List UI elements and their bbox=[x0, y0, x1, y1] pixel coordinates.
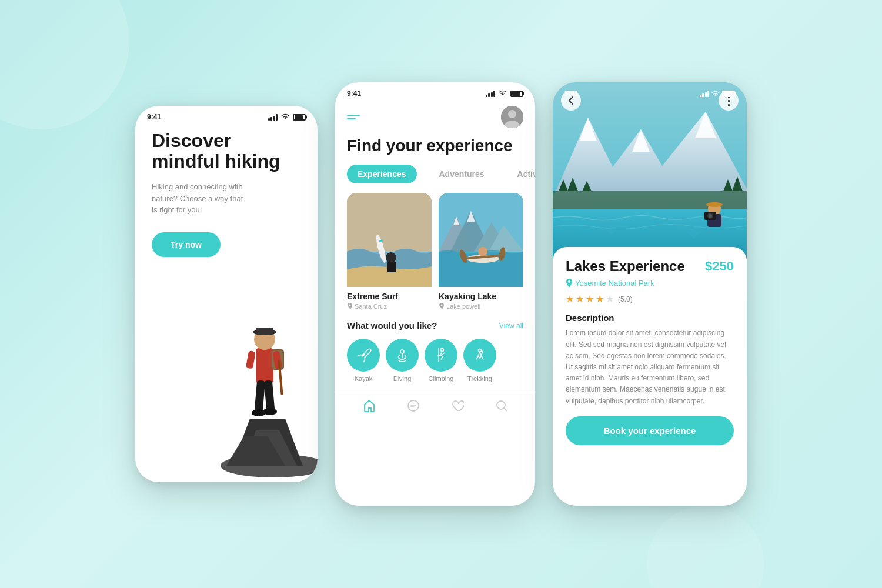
wifi-icon-3 bbox=[711, 91, 720, 97]
activity-cards: Extreme Surf Santa Cruz bbox=[335, 193, 535, 311]
battery-icon-3 bbox=[722, 91, 735, 97]
svg-rect-4 bbox=[256, 348, 273, 383]
activity-icons-row: Kayak Diving Climbing Trekking bbox=[335, 339, 535, 382]
svg-rect-23 bbox=[387, 262, 396, 272]
what-title: What would you like? bbox=[347, 320, 437, 330]
kayak-card-location: Lake powell bbox=[439, 303, 523, 310]
svg-point-22 bbox=[386, 252, 396, 263]
svg-point-60 bbox=[706, 202, 723, 207]
phone2-title: Find your experience bbox=[335, 128, 535, 165]
svg-point-35 bbox=[478, 247, 487, 256]
status-bar-2: 9:41 bbox=[335, 82, 535, 101]
phone1-headline: Discover mindful hiking bbox=[152, 131, 301, 172]
star-3: ★ bbox=[586, 293, 594, 305]
time-3: 9:41 bbox=[564, 89, 579, 98]
kayak-label: Kayak bbox=[355, 375, 373, 382]
nav-message[interactable] bbox=[407, 399, 420, 416]
activity-climbing[interactable]: Climbing bbox=[425, 339, 457, 382]
star-5: ★ bbox=[606, 293, 614, 305]
rating-text: (5.0) bbox=[618, 295, 633, 303]
view-all-link[interactable]: View all bbox=[499, 322, 523, 330]
phone1-subtext: Hiking and connecting with nature? Choos… bbox=[152, 181, 246, 216]
trekking-label: Trekking bbox=[467, 375, 492, 382]
bottom-nav bbox=[335, 392, 535, 425]
phone-2: 9:41 bbox=[335, 82, 535, 506]
description-text: Lorem ipsum dolor sit amet, consectetur … bbox=[566, 328, 734, 406]
activity-kayak[interactable]: Kayak bbox=[347, 339, 380, 382]
surf-card-label: Extreme Surf Santa Cruz bbox=[347, 287, 432, 311]
nav-search[interactable] bbox=[495, 399, 508, 416]
star-4: ★ bbox=[596, 293, 604, 305]
status-icons-3 bbox=[700, 90, 736, 97]
wifi-icon bbox=[281, 113, 289, 121]
svg-point-18 bbox=[508, 110, 516, 118]
battery-icon-2 bbox=[510, 91, 523, 97]
surf-card-image bbox=[347, 193, 432, 287]
svg-point-43 bbox=[408, 400, 419, 411]
signal-icon-2 bbox=[486, 90, 496, 97]
price-tag: $250 bbox=[705, 259, 734, 274]
description-title: Description bbox=[566, 313, 734, 323]
phone2-header bbox=[335, 101, 535, 128]
stars-row: ★ ★ ★ ★ ★ (5.0) bbox=[566, 293, 734, 305]
status-bar-1: 9:41 bbox=[135, 106, 318, 125]
battery-icon bbox=[293, 114, 306, 121]
svg-rect-10 bbox=[246, 350, 256, 369]
wifi-icon-2 bbox=[499, 90, 507, 98]
surf-card[interactable]: Extreme Surf Santa Cruz bbox=[347, 193, 432, 311]
surf-card-title: Extreme Surf bbox=[347, 292, 432, 301]
phone1-content: Discover mindful hiking Hiking and conne… bbox=[135, 125, 318, 477]
phone-1: 9:41 Discover mindful hiking Hiking an bbox=[135, 106, 318, 482]
svg-point-16 bbox=[263, 408, 277, 415]
phone-3: 9:41 bbox=[553, 82, 747, 506]
svg-point-40 bbox=[400, 350, 404, 353]
location-row: Yosemite National Park bbox=[566, 279, 734, 288]
kayak-card[interactable]: Kayaking Lake Lake powell bbox=[439, 193, 523, 311]
tabs-row: Experiences Adventures Activities bbox=[335, 165, 535, 183]
climbing-icon-circle bbox=[425, 339, 457, 372]
activity-trekking[interactable]: Trekking bbox=[463, 339, 496, 382]
time-2: 9:41 bbox=[347, 89, 361, 98]
kayak-card-title: Kayaking Lake bbox=[439, 292, 523, 301]
trekking-icon-circle bbox=[463, 339, 496, 372]
kayak-card-label: Kayaking Lake Lake powell bbox=[439, 287, 523, 311]
status-icons-1 bbox=[268, 113, 306, 121]
diving-icon-circle bbox=[386, 339, 419, 372]
lakes-title: Lakes Experience bbox=[566, 259, 685, 274]
signal-icon-3 bbox=[700, 90, 710, 97]
svg-point-65 bbox=[709, 214, 712, 218]
climbing-label: Climbing bbox=[429, 375, 454, 382]
star-1: ★ bbox=[566, 293, 574, 305]
signal-icon bbox=[268, 113, 278, 121]
svg-point-41 bbox=[441, 349, 444, 352]
phone3-info-panel: Lakes Experience $250 Yosemite National … bbox=[553, 247, 747, 457]
what-row: What would you like? View all bbox=[335, 320, 535, 330]
surf-card-location: Santa Cruz bbox=[347, 303, 432, 310]
hamburger-icon[interactable] bbox=[347, 115, 360, 119]
activity-diving[interactable]: Diving bbox=[386, 339, 419, 382]
price-title-row: Lakes Experience $250 bbox=[566, 259, 734, 274]
svg-rect-7 bbox=[256, 328, 273, 335]
phone3-hero-image: 9:41 bbox=[553, 82, 747, 259]
location-text: Yosemite National Park bbox=[575, 279, 654, 288]
kayak-card-image bbox=[439, 193, 523, 287]
hiker-illustration bbox=[197, 219, 318, 477]
book-experience-button[interactable]: Book your experience bbox=[566, 416, 734, 445]
kayak-icon-circle bbox=[347, 339, 380, 372]
tab-experiences[interactable]: Experiences bbox=[347, 165, 417, 183]
status-icons-2 bbox=[486, 90, 524, 98]
tab-activities[interactable]: Activities bbox=[507, 165, 535, 183]
nav-heart[interactable] bbox=[451, 399, 464, 416]
avatar[interactable] bbox=[501, 106, 523, 128]
svg-rect-13 bbox=[254, 380, 265, 413]
time-1: 9:41 bbox=[147, 113, 161, 121]
location-pin-icon bbox=[566, 279, 573, 288]
star-2: ★ bbox=[576, 293, 584, 305]
diving-label: Diving bbox=[393, 375, 412, 382]
phones-container: 9:41 Discover mindful hiking Hiking an bbox=[135, 82, 747, 506]
tab-adventures[interactable]: Adventures bbox=[429, 165, 495, 183]
nav-home[interactable] bbox=[363, 399, 376, 416]
